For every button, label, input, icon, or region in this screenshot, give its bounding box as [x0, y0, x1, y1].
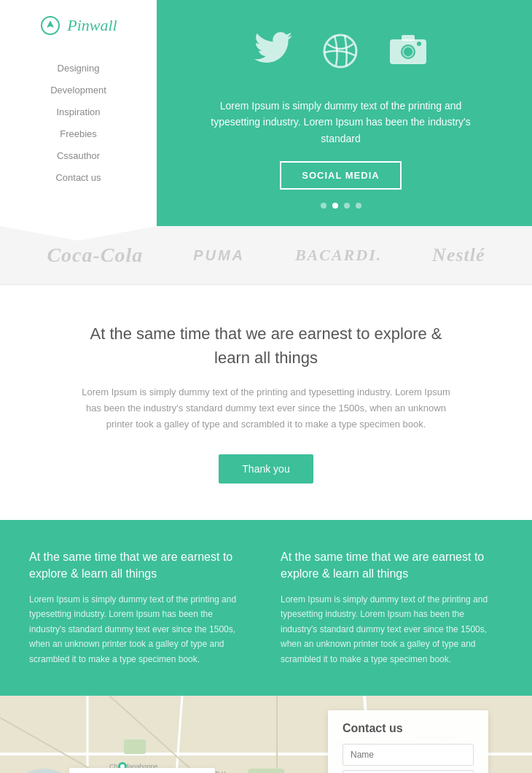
hero-content: Lorem Ipsum is simply dummy text of the … [157, 0, 532, 226]
nav-menu: Designing Development Inspiration Freebi… [0, 57, 157, 188]
nav-item-development[interactable]: Development [0, 79, 157, 101]
dot-3[interactable] [344, 203, 350, 209]
brand-puma: PUMA [193, 247, 245, 264]
info-col2-text: Lorem Ipsum is simply dummy text of the … [281, 592, 503, 667]
dot-1[interactable] [321, 203, 326, 209]
dot-2[interactable] [332, 203, 338, 209]
contact-email-input[interactable] [343, 770, 474, 773]
brand-nestle: Nestlé [432, 244, 485, 266]
social-media-button[interactable]: SOCIAL MEDIA [280, 161, 401, 190]
nav-item-designing[interactable]: Designing [0, 57, 157, 79]
address-box: Address Web Design and Development Divis… [69, 768, 215, 773]
twitter-icon[interactable] [254, 32, 292, 76]
hero-description: Lorem Ipsum is simply dummy text of the … [210, 98, 472, 147]
nav-item-inspiration[interactable]: Inspiration [0, 101, 157, 123]
contact-form: Contact us Submit [328, 710, 488, 773]
logo-icon [39, 15, 61, 36]
logo-area: Pinwall [39, 15, 117, 36]
info-col1-heading: At the same time that we are earnest to … [29, 549, 251, 582]
camera-icon[interactable] [388, 32, 428, 76]
social-icons-row [254, 32, 428, 76]
contact-name-input[interactable] [343, 744, 474, 766]
info-col-2: At the same time that we are earnest to … [281, 549, 503, 667]
info-col1-text: Lorem Ipsum is simply dummy text of the … [29, 592, 251, 667]
mid-heading: At the same time that we are earnest to … [73, 322, 459, 370]
map-contact-section: Chandanahoppe MANGAD KILIKOLLUR MAMPUZHA… [0, 696, 532, 773]
brand-bacardi: BACARDI. [295, 246, 382, 265]
mid-section: At the same time that we are earnest to … [0, 285, 532, 520]
carousel-dots [321, 203, 361, 209]
svg-rect-19 [248, 769, 284, 773]
info-col2-heading: At the same time that we are earnest to … [281, 549, 503, 582]
svg-rect-3 [402, 35, 415, 41]
thank-you-button[interactable]: Thank you [219, 454, 313, 483]
contact-form-title: Contact us [343, 722, 474, 735]
sidebar: Pinwall Designing Development Inspiratio… [0, 0, 157, 226]
mid-text: Lorem Ipsum is simply dummy text of the … [73, 384, 459, 432]
dot-4[interactable] [356, 203, 361, 209]
nav-item-cssauthor[interactable]: Cssauthor [0, 144, 157, 166]
nav-item-freebies[interactable]: Freebies [0, 123, 157, 144]
brand-cocacola: Coca-Cola [47, 244, 143, 267]
info-section: At the same time that we are earnest to … [0, 520, 532, 696]
svg-rect-20 [124, 739, 146, 754]
nav-item-contact[interactable]: Contact us [0, 166, 157, 188]
info-col-1: At the same time that we are earnest to … [29, 549, 251, 667]
logo-text: Pinwall [67, 16, 117, 35]
svg-point-6 [417, 42, 421, 46]
hero-section: Pinwall Designing Development Inspiratio… [0, 0, 532, 226]
dribbble-icon[interactable] [321, 32, 359, 76]
